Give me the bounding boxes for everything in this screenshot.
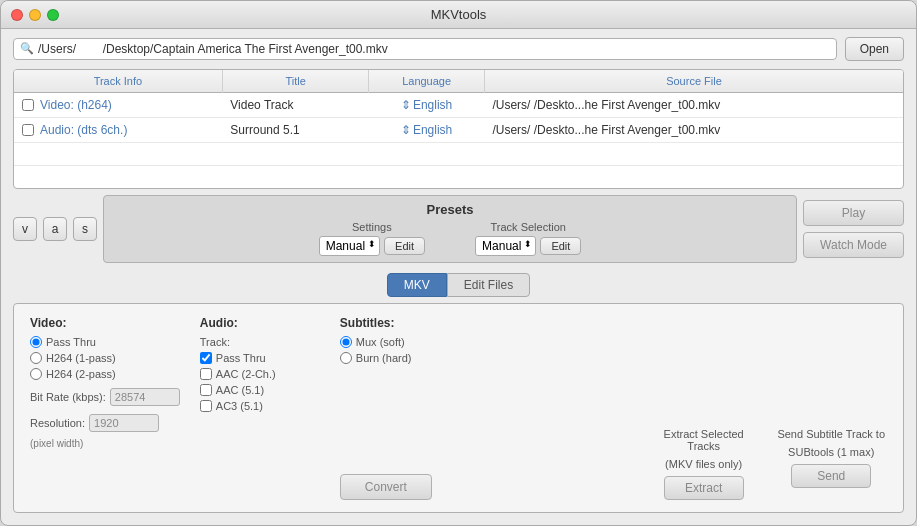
track-selection-edit-button[interactable]: Edit [540, 237, 581, 255]
traffic-lights [11, 9, 59, 21]
pass-thru-radio[interactable] [30, 336, 42, 348]
spacer [480, 316, 628, 500]
audio-track-info: Audio: (dts 6ch.) [40, 123, 127, 137]
track-selection-group: Track Selection Manual ⬍ Edit [475, 221, 581, 256]
extract-send-row: Extract Selected Tracks (MKV files only)… [648, 428, 887, 500]
aac-51-row[interactable]: AAC (5.1) [200, 384, 320, 396]
video-language-cell: ⇕ English [369, 93, 485, 118]
audio-track-checkbox[interactable] [22, 124, 34, 136]
video-language-select[interactable]: ⇕ English [401, 98, 452, 112]
pixel-width-label: (pixel width) [30, 438, 180, 449]
h264-2pass-radio[interactable] [30, 368, 42, 380]
audio-source-file: /Users/ /Deskto...he First Avenger_t00.m… [484, 118, 903, 143]
tab-row: MKV Edit Files [13, 273, 904, 297]
mux-soft-radio[interactable] [340, 336, 352, 348]
send-box: Send Subtitle Track to SUBtools (1 max) … [775, 428, 887, 500]
window-title: MKVtools [431, 7, 487, 22]
col-language: Language [369, 70, 485, 93]
watch-mode-button[interactable]: Watch Mode [803, 232, 904, 258]
s-button[interactable]: s [73, 217, 97, 241]
col-title: Title [222, 70, 369, 93]
minimize-button[interactable] [29, 9, 41, 21]
subtitles-label: Subtitles: [340, 316, 460, 330]
maximize-button[interactable] [47, 9, 59, 21]
ac3-51-check[interactable] [200, 400, 212, 412]
table-row: Video: (h264) Video Track ⇕ English /Use… [14, 93, 903, 118]
video-source-file: /Users/ /Deskto...he First Avenger_t00.m… [484, 93, 903, 118]
extract-button[interactable]: Extract [664, 476, 744, 500]
presets-controls: Settings Manual ⬍ Edit Track Selection M… [319, 221, 582, 256]
h264-2pass-radio-row[interactable]: H264 (2-pass) [30, 368, 180, 380]
video-section-label: Video: [30, 316, 180, 330]
resolution-input[interactable]: 1920 [89, 414, 159, 432]
col-track-info: Track Info [14, 70, 222, 93]
play-button[interactable]: Play [803, 200, 904, 226]
send-label2: SUBtools (1 max) [788, 446, 874, 458]
settings-select[interactable]: Manual ⬍ [319, 236, 380, 256]
send-button[interactable]: Send [791, 464, 871, 488]
aac-51-check[interactable] [200, 384, 212, 396]
resolution-row: Resolution: 1920 [30, 414, 180, 432]
extract-label2: (MKV files only) [665, 458, 742, 470]
open-button[interactable]: Open [845, 37, 904, 61]
tab-mkv[interactable]: MKV [387, 273, 447, 297]
bit-rate-label: Bit Rate (kbps): [30, 391, 106, 403]
settings-label: Settings [352, 221, 392, 233]
subtitles-section: Subtitles: Mux (soft) Burn (hard) Conver… [340, 316, 460, 500]
audio-track-label: Track: [200, 336, 320, 348]
mux-soft-row[interactable]: Mux (soft) [340, 336, 460, 348]
settings-edit-button[interactable]: Edit [384, 237, 425, 255]
table-row [14, 166, 903, 189]
settings-chevron: ⬍ [368, 239, 376, 249]
aac-2ch-check[interactable] [200, 368, 212, 380]
file-path-container: 🔍 /Users/ /Desktop/Captain America The F… [13, 38, 837, 60]
v-button[interactable]: v [13, 217, 37, 241]
track-selection-row: Manual ⬍ Edit [475, 236, 581, 256]
audio-section: Audio: Track: Pass Thru AAC (2-Ch.) AAC … [200, 316, 320, 500]
convert-row: Convert [340, 424, 460, 500]
audio-language-select[interactable]: ⇕ English [401, 123, 452, 137]
convert-button[interactable]: Convert [340, 474, 432, 500]
resolution-label: Resolution: [30, 417, 85, 429]
audio-track-title: Surround 5.1 [222, 118, 369, 143]
burn-hard-radio[interactable] [340, 352, 352, 364]
burn-hard-row[interactable]: Burn (hard) [340, 352, 460, 364]
file-path-input[interactable]: /Users/ /Desktop/Captain America The Fir… [38, 42, 830, 56]
tab-edit-files[interactable]: Edit Files [447, 273, 530, 297]
extract-label1: Extract Selected Tracks [648, 428, 760, 452]
settings-group: Settings Manual ⬍ Edit [319, 221, 425, 256]
close-button[interactable] [11, 9, 23, 21]
main-window: MKVtools 🔍 /Users/ /Desktop/Captain Amer… [0, 0, 917, 526]
h264-1pass-radio-row[interactable]: H264 (1-pass) [30, 352, 180, 364]
table-row [14, 143, 903, 166]
settings-row: Manual ⬍ Edit [319, 236, 425, 256]
presets-panel: Presets Settings Manual ⬍ Edit Track Sel… [103, 195, 797, 263]
h264-1pass-radio[interactable] [30, 352, 42, 364]
video-track-info: Video: (h264) [40, 98, 112, 112]
table-row: Audio: (dts 6ch.) Surround 5.1 ⇕ English… [14, 118, 903, 143]
presets-title: Presets [427, 202, 474, 217]
ac3-51-row[interactable]: AC3 (5.1) [200, 400, 320, 412]
extract-box: Extract Selected Tracks (MKV files only)… [648, 428, 760, 500]
audio-pass-thru-row[interactable]: Pass Thru [200, 352, 320, 364]
bit-rate-row: Bit Rate (kbps): 28574 [30, 388, 180, 406]
a-button[interactable]: a [43, 217, 67, 241]
bit-rate-input[interactable]: 28574 [110, 388, 180, 406]
audio-language-cell: ⇕ English [369, 118, 485, 143]
main-content-panel: Video: Pass Thru H264 (1-pass) H264 (2-p… [13, 303, 904, 513]
pass-thru-radio-row[interactable]: Pass Thru [30, 336, 180, 348]
video-track-checkbox[interactable] [22, 99, 34, 111]
col-source-file: Source File [484, 70, 903, 93]
track-selection-label: Track Selection [490, 221, 565, 233]
audio-pass-thru-check[interactable] [200, 352, 212, 364]
search-icon: 🔍 [20, 42, 34, 56]
video-section: Video: Pass Thru H264 (1-pass) H264 (2-p… [30, 316, 180, 500]
track-selection-chevron: ⬍ [524, 239, 532, 249]
track-selection-select[interactable]: Manual ⬍ [475, 236, 536, 256]
file-bar: 🔍 /Users/ /Desktop/Captain America The F… [1, 29, 916, 69]
aac-2ch-row[interactable]: AAC (2-Ch.) [200, 368, 320, 380]
extract-send-section: Extract Selected Tracks (MKV files only)… [648, 316, 887, 500]
track-table: Track Info Title Language Source File Vi… [14, 70, 903, 188]
titlebar: MKVtools [1, 1, 916, 29]
controls-row: v a s Presets Settings Manual ⬍ Edit T [1, 189, 916, 269]
